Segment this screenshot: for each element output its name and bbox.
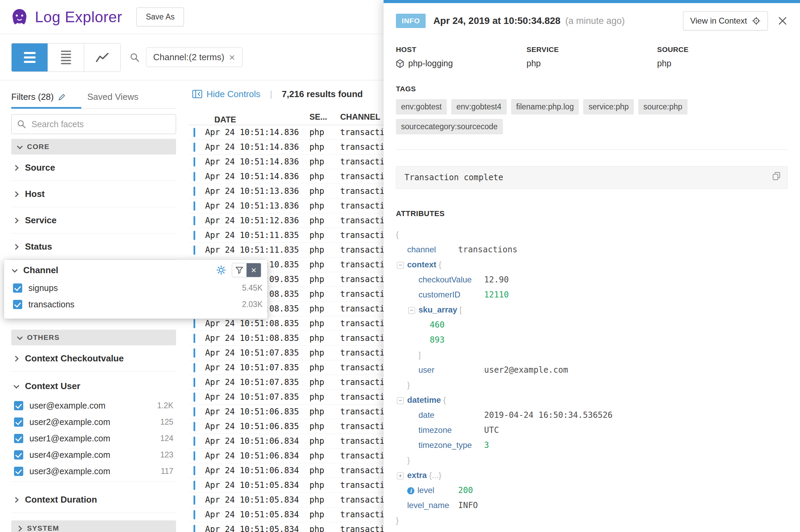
table-row[interactable]: Apr 24 10:51:05.834 php transactions bbox=[189, 507, 408, 522]
edit-pencil-icon[interactable] bbox=[58, 93, 66, 101]
tab-saved-views[interactable]: Saved Views bbox=[87, 92, 138, 102]
chevron-down-icon[interactable] bbox=[12, 267, 17, 273]
chevron-right-icon bbox=[13, 165, 19, 170]
close-panel-button[interactable] bbox=[777, 16, 788, 26]
checkbox-checked-icon[interactable] bbox=[14, 450, 23, 460]
collapse-icon[interactable]: − bbox=[408, 307, 415, 314]
save-as-button[interactable]: Save As bbox=[136, 8, 184, 26]
facet-value-row[interactable]: transactions 2.03K bbox=[10, 296, 265, 312]
attribute-row[interactable]: −sku_array [ bbox=[396, 302, 788, 317]
table-row[interactable]: Apr 24 10:51:06.834 php transactions bbox=[189, 434, 408, 449]
attribute-row[interactable]: customerID12110 bbox=[396, 287, 788, 302]
attribute-row[interactable]: timezoneUTC bbox=[396, 423, 788, 438]
hide-controls-link[interactable]: Hide Controls bbox=[192, 89, 261, 99]
attribute-row[interactable]: checkoutValue12.90 bbox=[396, 272, 788, 287]
facet-row[interactable]: Context Checkoutvalue bbox=[11, 345, 176, 372]
column-header-service[interactable]: SE... bbox=[309, 112, 327, 122]
table-row[interactable]: Apr 24 10:51:07.835 php transactions bbox=[189, 346, 408, 360]
section-core[interactable]: CORE bbox=[11, 139, 176, 155]
attribute-row[interactable]: +extra {...} bbox=[396, 468, 788, 483]
tag-pill[interactable]: env:gobtest bbox=[396, 99, 447, 115]
exclude-facet-button[interactable]: × bbox=[246, 263, 261, 277]
gear-icon[interactable] bbox=[216, 265, 226, 275]
tag-pill[interactable]: sourcecategory:sourcecode bbox=[396, 119, 503, 134]
facet-value-row[interactable]: user@example.com 1.2K bbox=[11, 397, 176, 414]
attribute-row[interactable]: −context { bbox=[396, 257, 788, 272]
table-row[interactable]: Apr 24 10:51:05.834 php transactions bbox=[189, 522, 408, 532]
checkbox-checked-icon[interactable] bbox=[14, 434, 23, 443]
attribute-row[interactable]: timezone_type3 bbox=[396, 438, 788, 453]
table-row[interactable]: Apr 24 10:51:14.836 php transactions bbox=[189, 125, 408, 140]
attribute-row[interactable]: ilevel200 bbox=[396, 483, 788, 498]
facet-row[interactable]: Source bbox=[11, 155, 176, 181]
timeseries-view-button[interactable] bbox=[84, 43, 120, 71]
table-row[interactable]: Apr 24 10:51:11.835 php transactions bbox=[189, 243, 408, 257]
checkbox-checked-icon[interactable] bbox=[13, 300, 22, 309]
table-row[interactable]: Apr 24 10:51:07.835 php transactions bbox=[189, 375, 408, 390]
facet-row[interactable]: Host bbox=[11, 181, 176, 207]
remove-filter-icon[interactable]: × bbox=[229, 54, 235, 61]
collapse-icon[interactable]: − bbox=[397, 262, 404, 269]
attribute-row[interactable]: level_nameINFO bbox=[396, 498, 788, 513]
tag-pill[interactable]: service:php bbox=[583, 99, 634, 115]
facet-value-row[interactable]: signups 5.45K bbox=[10, 280, 265, 296]
search-facets-input[interactable] bbox=[11, 114, 176, 134]
table-row[interactable]: Apr 24 10:51:07.835 php transactions bbox=[189, 390, 408, 404]
view-in-context-button[interactable]: View in Context bbox=[683, 11, 768, 30]
table-row[interactable]: Apr 24 10:51:13.836 php transactions bbox=[189, 184, 408, 199]
table-row[interactable]: Apr 24 10:51:14.836 php transactions bbox=[189, 155, 408, 169]
checkbox-checked-icon[interactable] bbox=[13, 283, 22, 293]
facet-value-row[interactable]: user4@example.com 123 bbox=[11, 447, 176, 463]
tag-pill[interactable]: filename:php.log bbox=[511, 99, 579, 115]
log-message: Transaction complete bbox=[404, 173, 503, 182]
facet-row[interactable]: Service bbox=[11, 207, 176, 234]
checkbox-checked-icon[interactable] bbox=[14, 467, 23, 476]
meta-service-value[interactable]: php bbox=[526, 58, 541, 68]
log-date-cell: Apr 24 10:51:11.835 bbox=[205, 245, 299, 255]
collapse-icon[interactable]: − bbox=[397, 397, 404, 404]
table-row[interactable]: Apr 24 10:51:12.836 php transactions bbox=[189, 213, 408, 228]
checkbox-checked-icon[interactable] bbox=[14, 417, 23, 427]
table-row[interactable]: Apr 24 10:51:13.836 php transactions bbox=[189, 199, 408, 213]
facet-value-row[interactable]: user1@example.com 124 bbox=[11, 430, 176, 447]
table-row[interactable]: Apr 24 10:51:14.836 php transactions bbox=[189, 169, 408, 184]
facet-row[interactable]: Context Duration bbox=[11, 487, 176, 513]
table-row[interactable]: Apr 24 10:51:11.835 php transactions bbox=[189, 228, 408, 243]
table-row[interactable]: Apr 24 10:51:07.835 php transactions bbox=[189, 360, 408, 375]
table-row[interactable]: Apr 24 10:51:05.834 php transactions bbox=[189, 493, 408, 507]
table-row[interactable]: Apr 24 10:51:05.834 php transactions bbox=[189, 478, 408, 493]
table-row[interactable]: Apr 24 10:51:06.835 php transactions bbox=[189, 419, 408, 434]
tab-filters[interactable]: Filters (28) bbox=[11, 92, 66, 102]
attribute-row[interactable]: date2019-04-24 16:50:34.536526 bbox=[396, 408, 788, 423]
expand-icon[interactable]: + bbox=[397, 473, 404, 479]
table-row[interactable]: Apr 24 10:51:06.835 php transactions bbox=[189, 404, 408, 419]
checkbox-checked-icon[interactable] bbox=[14, 401, 23, 410]
copy-icon[interactable] bbox=[772, 171, 781, 183]
table-row[interactable]: Apr 24 10:51:06.834 php transactions bbox=[189, 463, 408, 478]
facet-value-row[interactable]: user3@example.com 117 bbox=[11, 463, 176, 479]
tag-pill[interactable]: env:gobtest4 bbox=[451, 99, 507, 115]
meta-host-value-row[interactable]: php-logging bbox=[396, 58, 526, 68]
section-others[interactable]: OTHERS bbox=[11, 330, 176, 345]
detailed-list-view-button[interactable] bbox=[48, 43, 84, 71]
facet-context-user-header[interactable]: Context User bbox=[11, 375, 176, 397]
log-severity-bar bbox=[194, 143, 195, 152]
datadog-logo[interactable] bbox=[10, 8, 29, 26]
attribute-row[interactable]: −datetime { bbox=[396, 393, 788, 408]
search-bar[interactable]: Channel:(2 terms) × bbox=[130, 48, 384, 67]
section-system[interactable]: SYSTEM bbox=[11, 520, 176, 532]
facet-value-row[interactable]: user2@example.com 125 bbox=[11, 414, 176, 430]
log-timestamp: Apr 24, 2019 at 10:50:34.828 bbox=[433, 15, 560, 26]
table-row[interactable]: Apr 24 10:51:14.836 php transactions bbox=[189, 140, 408, 155]
filter-funnel-button[interactable] bbox=[232, 263, 246, 277]
table-row[interactable]: Apr 24 10:51:06.834 php transactions bbox=[189, 449, 408, 463]
query-filter-pill[interactable]: Channel:(2 terms) × bbox=[146, 48, 242, 67]
list-view-button[interactable] bbox=[12, 43, 48, 71]
attribute-row[interactable]: channeltransactions bbox=[396, 242, 788, 257]
attribute-row[interactable]: useruser2@example.com bbox=[396, 362, 788, 377]
meta-source-value[interactable]: php bbox=[657, 58, 671, 68]
table-row[interactable]: Apr 24 10:51:08.835 php transactions bbox=[189, 331, 408, 346]
tag-pill[interactable]: source:php bbox=[638, 99, 688, 115]
column-header-channel[interactable]: CHANNEL bbox=[340, 112, 380, 122]
facet-row[interactable]: Status bbox=[11, 234, 176, 260]
